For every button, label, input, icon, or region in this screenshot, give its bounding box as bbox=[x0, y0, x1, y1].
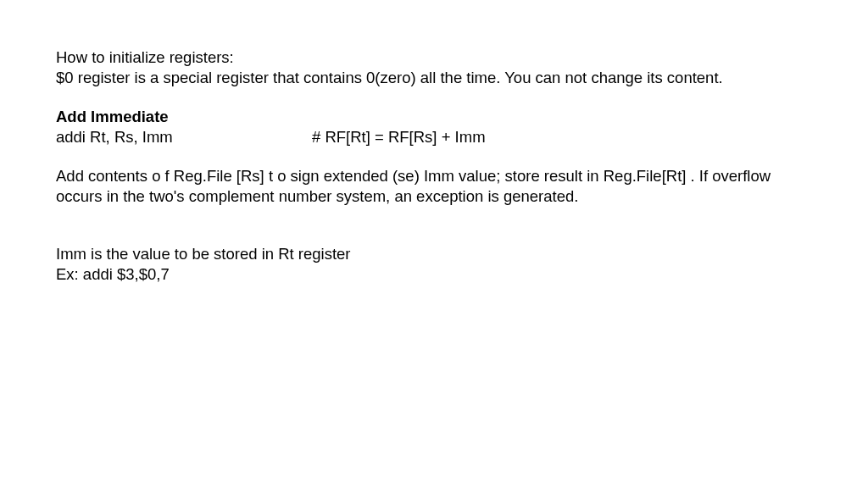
instruction-row: addi Rt, Rs, Imm # RF[Rt] = RF[Rs] + Imm bbox=[56, 127, 812, 147]
instruction-syntax: addi Rt, Rs, Imm bbox=[56, 127, 312, 147]
section-heading: Add Immediate bbox=[56, 107, 812, 127]
intro-line-2: $0 register is a special register that c… bbox=[56, 68, 812, 88]
slide-content: How to initialize registers: $0 register… bbox=[56, 47, 812, 285]
intro-line-1: How to initialize registers: bbox=[56, 47, 812, 68]
instruction-comment: # RF[Rt] = RF[Rs] + Imm bbox=[312, 127, 812, 147]
spacer bbox=[56, 225, 812, 244]
example-line: Ex: addi $3,$0,7 bbox=[56, 264, 812, 285]
description-paragraph: Add contents o f Reg.File [Rs] t o sign … bbox=[56, 166, 812, 207]
imm-note: Imm is the value to be stored in Rt regi… bbox=[56, 244, 812, 264]
